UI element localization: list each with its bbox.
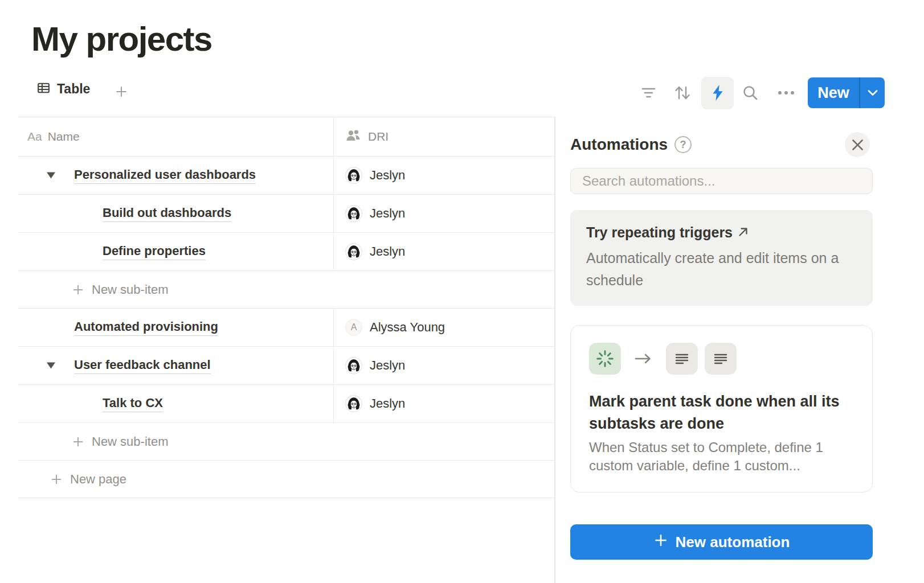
- panel-header: Automations ?: [570, 132, 873, 158]
- view-tab-label: Table: [57, 81, 90, 97]
- column-label: DRI: [368, 130, 389, 143]
- plus-icon: [71, 435, 85, 449]
- promo-description: Automatically create and edit items on a…: [586, 247, 857, 292]
- automations-lightning-button[interactable]: [701, 77, 734, 109]
- projects-table: Aa Name DRI Personalized user dashboards…: [18, 117, 555, 498]
- dri-name: Jeslyn: [370, 396, 405, 411]
- arrow-right-icon: [635, 352, 652, 365]
- table-rows: Personalized user dashboardsJeslynBuild …: [18, 157, 555, 498]
- table-row: User feedback channelJeslyn: [18, 347, 555, 385]
- dri-name: Jeslyn: [370, 358, 405, 373]
- new-button-label: New: [808, 84, 859, 102]
- column-header-dri[interactable]: DRI: [334, 117, 555, 156]
- text-type-icon: Aa: [27, 130, 42, 143]
- table-row: Personalized user dashboardsJeslyn: [18, 157, 555, 195]
- filter-icon[interactable]: [641, 87, 656, 98]
- name-cell: Personalized user dashboards: [18, 157, 334, 194]
- name-cell: Define properties: [18, 233, 334, 270]
- text-lines-icon: [666, 343, 698, 375]
- name-cell: Automated provisioning: [18, 309, 334, 346]
- dri-cell[interactable]: Jeslyn: [334, 195, 555, 232]
- promo-title: Try repeating triggers: [586, 224, 733, 241]
- plus-icon: [71, 283, 85, 297]
- close-panel-button[interactable]: [845, 132, 870, 157]
- add-view-plus-icon[interactable]: [114, 84, 129, 99]
- column-header-name[interactable]: Aa Name: [18, 117, 334, 156]
- dri-cell[interactable]: Jeslyn: [334, 347, 555, 384]
- dri-cell[interactable]: AAlyssa Young: [334, 309, 555, 346]
- page-title: My projects: [31, 19, 212, 59]
- table-row: Talk to CXJeslyn: [18, 385, 555, 423]
- name-cell: Talk to CX: [18, 385, 334, 422]
- table-row: Build out dashboardsJeslyn: [18, 195, 555, 233]
- avatar: [345, 395, 362, 412]
- row-title-link[interactable]: Talk to CX: [103, 396, 163, 412]
- dri-name: Jeslyn: [370, 168, 405, 183]
- notion-database-page: My projects Table: [0, 0, 924, 583]
- database-toolbar: New: [641, 75, 885, 110]
- plus-icon: [653, 533, 668, 552]
- row-title-link[interactable]: Automated provisioning: [74, 319, 218, 336]
- view-toolbar-row: Table: [0, 75, 924, 110]
- table-row: Define propertiesJeslyn: [18, 233, 555, 271]
- panel-divider: [554, 117, 555, 583]
- new-sub-item-row[interactable]: New sub-item: [18, 271, 555, 309]
- new-button[interactable]: New: [808, 77, 885, 108]
- dri-name: Jeslyn: [370, 206, 405, 221]
- table-row: Automated provisioningAAlyssa Young: [18, 309, 555, 347]
- new-sub-item-row[interactable]: New sub-item: [18, 423, 555, 461]
- new-page-row[interactable]: New page: [18, 461, 555, 498]
- avatar: [345, 243, 362, 260]
- avatar: [345, 167, 362, 184]
- avatar: [345, 357, 362, 374]
- dri-name: Jeslyn: [370, 244, 405, 259]
- name-cell: Build out dashboards: [18, 195, 334, 232]
- close-icon: [852, 139, 864, 151]
- row-title-link[interactable]: Define properties: [103, 244, 206, 260]
- avatar: A: [345, 319, 362, 336]
- tab-table-view[interactable]: Table: [36, 81, 90, 97]
- new-automation-label: New automation: [676, 533, 790, 551]
- toggle-open-icon[interactable]: [44, 170, 58, 181]
- automation-description: When Status set to Complete, define 1 cu…: [589, 438, 854, 475]
- row-title-link[interactable]: User feedback channel: [74, 358, 211, 374]
- name-cell: User feedback channel: [18, 347, 334, 384]
- column-label: Name: [48, 130, 80, 143]
- row-title-link[interactable]: Build out dashboards: [103, 206, 231, 222]
- adder-label: New sub-item: [92, 282, 168, 297]
- dri-cell[interactable]: Jeslyn: [334, 385, 555, 422]
- panel-title: Automations: [570, 136, 668, 154]
- help-icon[interactable]: ?: [674, 136, 692, 153]
- new-automation-button[interactable]: New automation: [570, 524, 873, 560]
- dri-cell[interactable]: Jeslyn: [334, 233, 555, 270]
- arrow-up-right-icon: [738, 224, 749, 241]
- avatar: [345, 205, 362, 222]
- spinner-burst-icon: [589, 343, 621, 375]
- adder-label: New page: [70, 472, 126, 487]
- automation-search-box[interactable]: [570, 168, 873, 194]
- search-input[interactable]: [571, 173, 872, 189]
- automation-card[interactable]: Mark parent task done when all its subta…: [570, 325, 873, 492]
- sort-icon[interactable]: [673, 85, 692, 101]
- dri-name: Alyssa Young: [370, 320, 445, 335]
- toggle-open-icon[interactable]: [44, 360, 58, 371]
- automation-icon-row: [589, 343, 854, 375]
- people-icon: [345, 129, 361, 145]
- automations-panel: Automations ? Try repeating triggers Aut…: [570, 117, 873, 560]
- automation-title: Mark parent task done when all its subta…: [589, 391, 854, 435]
- table-icon: [36, 81, 51, 97]
- dri-cell[interactable]: Jeslyn: [334, 157, 555, 194]
- adder-label: New sub-item: [92, 434, 168, 449]
- search-icon[interactable]: [742, 85, 758, 101]
- table-header-row: Aa Name DRI: [18, 117, 555, 157]
- repeating-triggers-promo-card[interactable]: Try repeating triggers Automatically cre…: [570, 210, 873, 306]
- more-options-icon[interactable]: [778, 91, 795, 95]
- chevron-down-icon[interactable]: [860, 89, 885, 96]
- lightning-icon: [710, 84, 725, 101]
- text-lines-icon: [705, 343, 737, 375]
- plus-icon: [50, 473, 63, 486]
- row-title-link[interactable]: Personalized user dashboards: [74, 167, 256, 184]
